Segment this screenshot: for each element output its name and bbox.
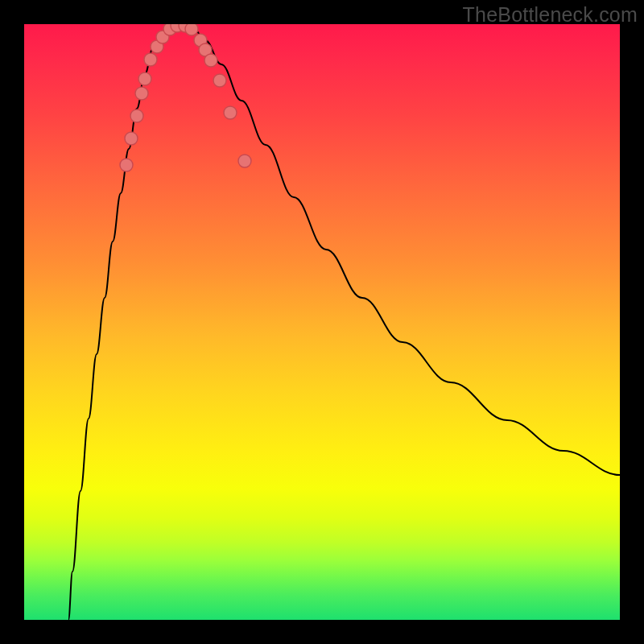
- watermark-label: TheBottleneck.com: [463, 3, 638, 27]
- data-point: [130, 109, 143, 122]
- data-point: [125, 132, 138, 145]
- data-point: [238, 155, 251, 167]
- data-point: [135, 87, 148, 100]
- data-point: [204, 54, 217, 67]
- right-curve: [185, 24, 620, 475]
- chart-svg: [24, 24, 620, 620]
- data-point: [120, 159, 133, 171]
- data-point: [224, 106, 237, 119]
- left-curve: [68, 24, 177, 620]
- data-point: [185, 24, 198, 35]
- chart-frame: TheBottleneck.com: [0, 0, 644, 644]
- data-point: [138, 72, 151, 85]
- dots-group: [120, 24, 251, 171]
- data-point: [213, 74, 226, 87]
- plot-area: [24, 24, 620, 620]
- data-point: [144, 53, 157, 66]
